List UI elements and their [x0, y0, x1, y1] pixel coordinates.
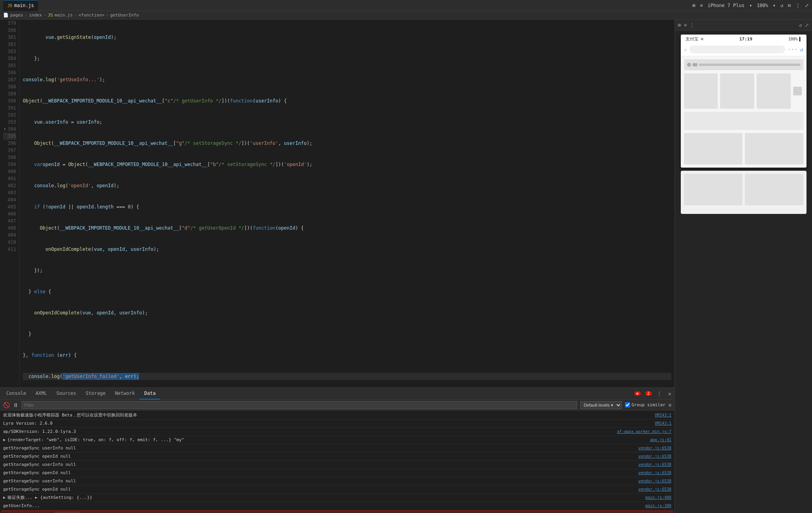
editor-tab[interactable]: JS main.js: [3, 0, 38, 11]
console-more-icon[interactable]: ⋮: [655, 391, 664, 397]
top-right-icons: ⊞ ⊙ iPhone 7 Plus ▾ 100% ▾ ↺ ⊟ ⋮ ⤢: [693, 3, 809, 8]
log-line-13-error: getUserInfo failed undefined main.js:394: [2, 511, 673, 513]
expand-arrow-4[interactable]: ▶: [3, 437, 6, 443]
editor-tab-label: main.js: [14, 3, 34, 8]
log-source-7[interactable]: vendor.js:6538: [631, 462, 671, 468]
layout-toggle-icon[interactable]: ⊞: [678, 22, 681, 28]
log-line-8: getStorageSync openId null vendor.js:653…: [0, 469, 675, 477]
console-tabs: Console AXML Sources Storage Network Dat…: [0, 388, 675, 400]
log-source-6[interactable]: vendor.js:6538: [631, 453, 671, 460]
device-frame: 支付宝 ≋ 17:19 100% ▌ ☆ ··· ↺: [675, 31, 812, 513]
phone-footer-2: [745, 133, 803, 164]
tab-network[interactable]: Network: [110, 388, 140, 400]
zoom-dropdown-icon[interactable]: ▾: [773, 3, 775, 8]
bc-get-user-info[interactable]: getUserInfo: [110, 13, 139, 18]
bc-index[interactable]: index: [29, 13, 42, 18]
log-source-11[interactable]: main.js:408: [638, 495, 671, 501]
log-source-5[interactable]: vendor.js:6538: [631, 445, 671, 451]
clear-console-icon[interactable]: 🚫: [3, 402, 10, 408]
code-content[interactable]: vue.getSignState(openId); }; console.log…: [20, 20, 675, 387]
bc-pages[interactable]: pages: [10, 13, 23, 18]
console-right-controls: ⊗ 2 ⋮ ✕: [633, 391, 673, 397]
main-content: 379 380 381 382 383 384 385 386 387 388 …: [0, 20, 812, 513]
code-line-387: if (!openId || openId.length === 0) {: [23, 203, 671, 210]
log-text-10: getStorageSync openId null: [3, 486, 71, 493]
log-line-10: getStorageSync openId null vendor.js:653…: [0, 486, 675, 494]
console-panel: Console AXML Sources Storage Network Dat…: [0, 387, 675, 513]
log-source-3[interactable]: af-appx.worker.min.js:7: [609, 429, 671, 435]
console-filter-input[interactable]: [22, 401, 577, 409]
console-toolbar: 🚫 ⏸ Default levels ▾ Group similar ⚙: [0, 400, 675, 411]
zoom-label: 100%: [757, 3, 768, 8]
phone-url-bar: [689, 46, 785, 53]
code-area[interactable]: 379 380 381 382 383 384 385 386 387 388 …: [0, 20, 675, 387]
log-source-8[interactable]: vendor.js:6538: [631, 470, 671, 476]
log-source-4[interactable]: app.js:41: [642, 437, 671, 443]
phone-refresh-icon[interactable]: ↺: [800, 46, 803, 53]
axml-tab-label: AXML: [36, 391, 47, 396]
phone-screen2-item-1: [684, 174, 742, 205]
code-line-388: Object(__WEBPACK_IMPORTED_MODULE_10__api…: [23, 225, 671, 232]
refresh-icon[interactable]: ↺: [781, 3, 783, 8]
grid-view-icon[interactable]: ⊟: [788, 3, 791, 8]
log-line-3: ap/SDKVersion: 1.22.0-lyra.3 af-appx.wor…: [0, 428, 675, 436]
pause-icon[interactable]: ⏸: [13, 402, 18, 408]
log-text-6: getStorageSync openId null: [3, 453, 71, 460]
tab-sources[interactable]: Sources: [51, 388, 81, 400]
network-tab-label: Network: [115, 391, 135, 396]
log-text-9: getStorageSync userInfo null: [3, 478, 76, 484]
breadcrumb-icon: 📄: [3, 13, 9, 18]
phone-grid-2: [720, 73, 754, 109]
log-line-9: getStorageSync userInfo null vendor.js:6…: [0, 477, 675, 486]
phone-more-icon[interactable]: ···: [788, 46, 797, 53]
log-line-11: ▶ 验证失败... ► {authSetting: {...}} main.js…: [0, 494, 675, 502]
group-similar-text: Group similar: [632, 402, 665, 407]
error-count-badge: 2: [645, 391, 652, 396]
phone-right-col: [793, 73, 803, 109]
log-source-1[interactable]: VM143:1: [647, 412, 671, 418]
code-line-392: onOpenIdComplete(vue, openId, userInfo);: [23, 309, 671, 316]
log-source-12[interactable]: main.js:380: [638, 503, 671, 509]
code-line-390: });: [23, 267, 671, 274]
expand-arrow-11[interactable]: ▶: [3, 495, 6, 501]
tab-console[interactable]: Console: [2, 388, 31, 400]
more-device-icon[interactable]: ⋮: [690, 22, 695, 28]
console-level-select[interactable]: Default levels ▾: [580, 401, 622, 409]
tab-data[interactable]: Data: [139, 388, 160, 400]
expand-device-icon[interactable]: ⤢: [805, 22, 809, 28]
log-source-9[interactable]: vendor.js:6538: [631, 478, 671, 484]
phone-footer-grid: [684, 133, 803, 164]
bc-js-icon: JS: [48, 13, 53, 18]
code-line-384: Object(__WEBPACK_IMPORTED_MODULE_10__api…: [23, 140, 671, 147]
code-line-382: Object(__WEBPACK_IMPORTED_MODULE_10__api…: [23, 97, 671, 104]
group-similar-label[interactable]: Group similar: [625, 402, 665, 407]
more-icon[interactable]: ⋮: [796, 3, 800, 8]
log-line-7: getStorageSync userInfo null vendor.js:6…: [0, 461, 675, 469]
tab-storage[interactable]: Storage: [81, 388, 110, 400]
device-dropdown-icon[interactable]: ▾: [749, 3, 752, 8]
log-source-10[interactable]: vendor.js:6538: [631, 486, 671, 493]
log-text-8: getStorageSync openId null: [3, 470, 71, 476]
log-text-12: getUserInfo...: [3, 503, 40, 509]
device-panel: ⊞ ⊙ ⋮ ↺ ⤢ 支付宝 ≋ 17:19 100% ▌: [675, 20, 812, 513]
phone-grid-3: [757, 73, 791, 109]
log-source-2[interactable]: VM143:1: [647, 420, 671, 427]
group-similar-checkbox[interactable]: [625, 402, 630, 407]
layout-icon[interactable]: ⊞: [693, 3, 695, 8]
inspect-toggle-icon[interactable]: ⊙: [684, 22, 687, 28]
phone-screen2-grid: [684, 174, 803, 205]
inspect-icon[interactable]: ⊙: [700, 3, 703, 8]
bc-function[interactable]: <function>: [79, 13, 104, 18]
fullscreen-icon[interactable]: ⤢: [805, 3, 809, 8]
tab-axml[interactable]: AXML: [31, 388, 52, 400]
device-top-left: ⊞ ⊙ ⋮: [678, 22, 695, 28]
console-output[interactable]: 欢迎体验极速版小程序模拟器 Beta，您可以在设置中切换回到老版本 VM143:…: [0, 411, 675, 513]
phone-star-icon[interactable]: ☆: [684, 46, 687, 53]
bc-main-js[interactable]: main.js: [55, 13, 73, 18]
log-line-12: getUserInfo... main.js:380: [0, 502, 675, 510]
console-settings-icon[interactable]: ⚙: [669, 402, 671, 408]
console-close-icon[interactable]: ✕: [667, 391, 673, 397]
phone-mini-1: [793, 87, 802, 95]
log-text-3: ap/SDKVersion: 1.22.0-lyra.3: [3, 429, 76, 435]
refresh-device-icon[interactable]: ↺: [799, 22, 802, 28]
